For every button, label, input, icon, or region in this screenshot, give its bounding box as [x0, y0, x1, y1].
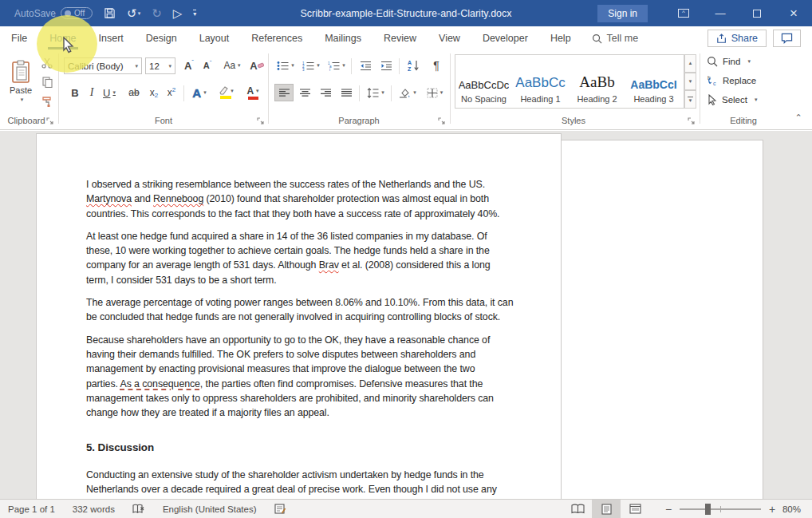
tab-design[interactable]: Design — [135, 27, 188, 49]
line-spacing-dropdown-icon[interactable]: ▾ — [381, 89, 384, 96]
tab-insert[interactable]: Insert — [88, 27, 135, 49]
tab-home[interactable]: Home — [38, 27, 87, 49]
font-size-dropdown-icon[interactable]: ▾ — [168, 63, 171, 69]
strikethrough-button[interactable]: ab — [124, 84, 144, 101]
document-paragraph[interactable]: At least one hedge fund acquired a share… — [86, 231, 533, 289]
play-icon[interactable]: ▷ — [173, 7, 183, 19]
zoom-slider[interactable] — [680, 508, 761, 510]
undo-dropdown-icon[interactable]: ▾ — [138, 10, 141, 16]
italic-button[interactable]: I — [85, 84, 99, 101]
justify-button[interactable] — [337, 84, 356, 101]
print-layout-button[interactable] — [592, 500, 621, 518]
document-heading[interactable]: 5. Discussion — [86, 441, 533, 456]
text-effects-dropdown-icon[interactable]: ▾ — [203, 89, 207, 96]
style-heading-1[interactable]: AaBbCc Heading 1 — [512, 55, 569, 108]
find-button[interactable]: Find▾ — [707, 56, 751, 67]
align-left-button[interactable] — [274, 84, 294, 101]
highlight-dropdown-icon[interactable]: ▾ — [231, 88, 234, 94]
borders-button[interactable]: ▾ — [423, 84, 447, 101]
tab-layout[interactable]: Layout — [188, 27, 241, 49]
document-paragraph[interactable]: Conducting an extensive study of the sha… — [86, 469, 533, 499]
document-page[interactable]: I observed a striking resemblance betwee… — [36, 133, 562, 499]
proofing-status-icon[interactable] — [132, 504, 145, 514]
replace-button[interactable]: bc Replace — [707, 75, 756, 86]
shading-button[interactable]: ▾ — [396, 84, 420, 101]
word-count[interactable]: 332 words — [73, 504, 115, 514]
close-button[interactable]: × — [775, 0, 812, 26]
style-heading-3[interactable]: AaBbCcI Heading 3 — [625, 55, 682, 108]
tab-developer[interactable]: Developer — [471, 27, 539, 49]
bullets-dropdown-icon[interactable]: ▾ — [291, 62, 294, 69]
styles-dialog-launcher[interactable] — [688, 117, 696, 125]
underline-button[interactable]: U▾ — [99, 84, 120, 101]
page-indicator[interactable]: Page 1 of 1 — [8, 504, 55, 514]
tell-me-box[interactable]: Tell me — [582, 33, 648, 44]
zoom-slider-handle[interactable] — [705, 504, 711, 515]
bold-button[interactable]: B — [67, 84, 83, 101]
decrease-indent-button[interactable] — [356, 57, 375, 74]
tab-review[interactable]: Review — [372, 27, 428, 49]
format-painter-button[interactable] — [38, 93, 56, 109]
sign-in-button[interactable]: Sign in — [597, 5, 648, 22]
clipboard-dialog-launcher[interactable] — [46, 117, 54, 125]
text-effects-button[interactable]: A▾ — [188, 84, 211, 101]
web-layout-button[interactable] — [621, 500, 649, 518]
font-name-combobox[interactable]: Calibri (Body)▾ — [64, 57, 142, 74]
language-indicator[interactable]: English (United States) — [163, 504, 257, 514]
styles-scroll-down-icon[interactable]: ▼ — [684, 73, 696, 91]
multilevel-list-button[interactable]: 1ai▾ — [325, 57, 348, 74]
share-button[interactable]: Share — [708, 30, 767, 47]
tab-mailings[interactable]: Mailings — [313, 27, 372, 49]
grow-font-button[interactable]: Aˆ — [180, 57, 198, 74]
align-right-button[interactable] — [316, 84, 335, 101]
shrink-font-button[interactable]: Aˇ — [199, 57, 216, 74]
multilevel-dropdown-icon[interactable]: ▾ — [342, 62, 345, 69]
zoom-in-button[interactable]: + — [767, 503, 777, 516]
change-case-button[interactable]: Aa▾ — [220, 57, 244, 74]
document-paragraph[interactable]: Because shareholders have an opportunity… — [86, 334, 533, 422]
tab-view[interactable]: View — [428, 27, 471, 49]
customize-qat-icon[interactable]: ▾ — [193, 10, 196, 18]
font-color-dropdown-icon[interactable]: ▾ — [256, 88, 259, 94]
copy-button[interactable] — [38, 74, 56, 90]
read-mode-button[interactable] — [563, 500, 592, 518]
clear-formatting-button[interactable]: A — [247, 57, 266, 74]
numbering-button[interactable]: 123▾ — [300, 57, 322, 74]
autosave-toggle[interactable]: AutoSave Off — [14, 7, 93, 19]
paste-dropdown-icon[interactable]: ▾ — [21, 97, 24, 103]
find-dropdown-icon[interactable]: ▾ — [747, 58, 751, 65]
macro-record-icon[interactable] — [274, 504, 286, 514]
comments-button[interactable] — [773, 30, 801, 47]
text-highlight-button[interactable]: ▾ — [214, 84, 238, 101]
ribbon-display-options-button[interactable]: ^ — [665, 0, 702, 26]
select-dropdown-icon[interactable]: ▾ — [755, 97, 758, 103]
minimize-button[interactable]: — — [702, 0, 739, 26]
shading-dropdown-icon[interactable]: ▾ — [413, 89, 416, 96]
font-name-dropdown-icon[interactable]: ▾ — [135, 63, 138, 69]
style-heading-2[interactable]: AaBb Heading 2 — [569, 55, 625, 108]
tab-help[interactable]: Help — [539, 27, 582, 49]
borders-dropdown-icon[interactable]: ▾ — [440, 89, 443, 96]
undo-button[interactable]: ↺▾ — [127, 7, 140, 19]
style-no-spacing[interactable]: AaBbCcDc No Spacing — [455, 55, 512, 108]
tab-references[interactable]: References — [240, 27, 313, 49]
cut-button[interactable] — [38, 55, 56, 71]
increase-indent-button[interactable] — [376, 57, 396, 74]
subscript-button[interactable]: x2 — [145, 84, 163, 101]
zoom-percentage[interactable]: 80% — [777, 504, 812, 514]
styles-scroll-up-icon[interactable]: ▲ — [684, 54, 696, 73]
paragraph-dialog-launcher[interactable] — [438, 117, 446, 125]
align-center-button[interactable] — [295, 84, 314, 101]
zoom-out-button[interactable]: − — [664, 503, 673, 516]
styles-more-icon[interactable]: ▼ — [684, 90, 696, 109]
document-text[interactable]: I observed a striking resemblance betwee… — [86, 179, 533, 499]
autosave-switch[interactable]: Off — [61, 7, 93, 19]
collapse-ribbon-icon[interactable]: ⌃ — [791, 111, 806, 124]
superscript-button[interactable]: x2 — [163, 84, 180, 101]
bullets-button[interactable]: ▾ — [274, 57, 297, 74]
show-hide-paragraph-button[interactable]: ¶ — [428, 57, 445, 74]
paste-button[interactable]: Paste ▾ — [5, 54, 37, 109]
font-color-button[interactable]: A▾ — [241, 84, 265, 101]
select-button[interactable]: Select▾ — [707, 94, 757, 105]
font-size-combobox[interactable]: 12▾ — [145, 57, 175, 74]
